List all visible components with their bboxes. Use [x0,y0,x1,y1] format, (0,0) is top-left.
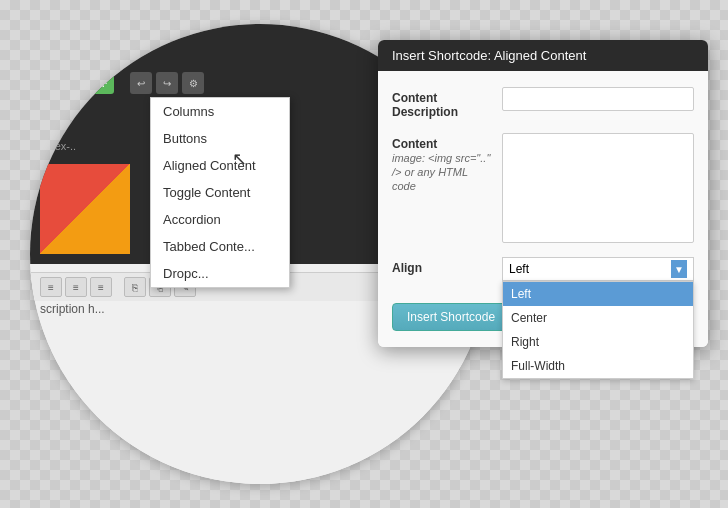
align-left-btn[interactable]: ≡ [40,277,62,297]
form-row-align: Align Left ▼ Left Center Right Full-Widt… [392,257,694,281]
menu-item-tabbed[interactable]: Tabbed Conte... [151,233,289,260]
menu-item-aligned-content[interactable]: Aligned Content [151,152,289,179]
redo-btn[interactable]: ↪ [156,72,178,94]
menu-item-accordion[interactable]: Accordion [151,206,289,233]
settings-btn[interactable]: ⚙ [182,72,204,94]
align-select-display[interactable]: Left ▼ [502,257,694,281]
align-option-right[interactable]: Right [503,330,693,354]
menu-item-buttons[interactable]: Buttons [151,125,289,152]
align-right-btn[interactable]: ≡ [90,277,112,297]
copy-btn[interactable]: ⎘ [124,277,146,297]
insert-shortcode-button[interactable]: Insert Shortcode [392,303,510,331]
align-option-center[interactable]: Center [503,306,693,330]
align-dropdown[interactable]: Left Center Right Full-Width [502,281,694,379]
label-content: Content image: <img src=".."/> or any HT… [392,133,492,193]
image-block [40,164,130,254]
modal-body: ContentDescription Content image: <img s… [378,71,708,347]
undo-btn[interactable]: ↩ [130,72,152,94]
shortcode-dropdown[interactable]: Columns Buttons Aligned Content Toggle C… [150,97,290,288]
modal-title: Insert Shortcode: Aligned Content [392,48,586,63]
menu-item-columns[interactable]: Columns [151,98,289,125]
menu-item-toggle-content[interactable]: Toggle Content [151,179,289,206]
align-selected-value: Left [509,262,529,276]
input-description[interactable] [502,87,694,111]
grid-btn[interactable]: ⊞ [40,72,62,94]
modal-header: Insert Shortcode: Aligned Content [378,40,708,71]
menu-item-dropcap[interactable]: Dropc... [151,260,289,287]
columns-btn[interactable]: ⊟ [66,72,88,94]
align-option-full-width[interactable]: Full-Width [503,354,693,378]
input-content[interactable] [502,133,694,243]
align-select-wrapper: Left ▼ Left Center Right Full-Width [502,257,694,281]
add-btn[interactable]: + [92,72,114,94]
form-row-description: ContentDescription [392,87,694,119]
label-description: ContentDescription [392,87,492,119]
editor-placeholder: (Im index-.. [40,124,76,153]
modal-dialog: Insert Shortcode: Aligned Content Conten… [378,40,708,347]
align-option-left[interactable]: Left [503,282,693,306]
label-align: Align [392,257,492,275]
editor-toolbar: ⊞ ⊟ + ↩ ↪ ⚙ [40,72,204,94]
form-row-content: Content image: <img src=".."/> or any HT… [392,133,694,243]
description-text: scription h... [40,302,105,316]
align-dropdown-arrow[interactable]: ▼ [671,260,687,278]
align-center-btn[interactable]: ≡ [65,277,87,297]
